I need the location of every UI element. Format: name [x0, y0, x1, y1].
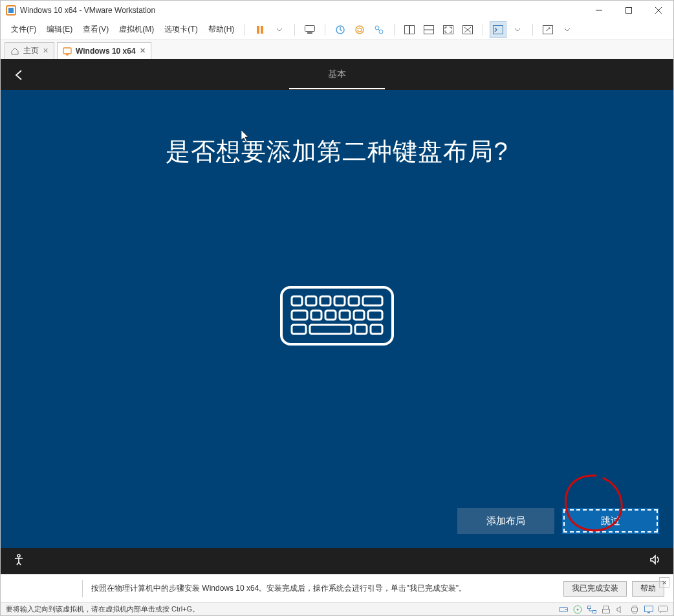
svg-rect-9: [307, 32, 312, 34]
fit-guest-icon[interactable]: [401, 21, 418, 38]
skip-button[interactable]: 跳过: [562, 508, 659, 534]
svg-rect-49: [588, 606, 591, 608]
menu-tabs[interactable]: 选项卡(T): [160, 21, 201, 38]
svg-rect-7: [261, 26, 263, 34]
status-text: 要将输入定向到该虚拟机，请在虚拟机内部单击或按 Ctrl+G。: [6, 604, 199, 614]
svg-rect-34: [292, 311, 307, 320]
oobe-heading: 是否想要添加第二种键盘布局?: [166, 135, 508, 168]
hdd-icon[interactable]: [558, 604, 569, 615]
console-dropdown-icon[interactable]: [509, 21, 526, 38]
svg-rect-3: [626, 8, 632, 14]
send-ctrl-alt-del-icon[interactable]: [301, 21, 318, 38]
svg-rect-38: [354, 311, 364, 320]
svg-rect-25: [63, 48, 71, 54]
svg-rect-56: [645, 606, 653, 611]
snapshot-manager-icon[interactable]: [371, 21, 387, 38]
tab-home-label: 主页: [23, 45, 39, 56]
cdrom-icon[interactable]: [572, 604, 583, 615]
oobe-header: 基本: [1, 59, 673, 90]
display-icon[interactable]: [644, 604, 654, 615]
unity-icon[interactable]: [459, 21, 476, 38]
svg-rect-15: [405, 25, 409, 34]
tabstrip: 主页 ✕ Windows 10 x64 ✕: [1, 39, 673, 59]
expand-icon[interactable]: [539, 21, 556, 38]
svg-rect-16: [410, 25, 415, 34]
svg-rect-6: [257, 26, 259, 34]
menu-vm[interactable]: 虚拟机(M): [115, 21, 158, 38]
usb-icon[interactable]: [601, 604, 611, 615]
svg-rect-54: [633, 606, 636, 608]
maximize-button[interactable]: [614, 1, 644, 20]
volume-icon[interactable]: [649, 553, 662, 569]
menu-view[interactable]: 查看(V): [79, 21, 113, 38]
oobe-footer: [1, 548, 673, 574]
minimize-button[interactable]: [584, 1, 614, 20]
menu-help[interactable]: 帮助(H): [204, 21, 239, 38]
close-icon[interactable]: ✕: [659, 577, 669, 588]
sound-icon[interactable]: [615, 604, 625, 615]
menubar: 文件(F) 编辑(E) 查看(V) 虚拟机(M) 选项卡(T) 帮助(H): [1, 20, 673, 39]
install-prompt-text: 按照在物理计算机中的步骤安装 Windows 10 x64。安装完成后，操作系统…: [91, 583, 558, 594]
menu-file[interactable]: 文件(F): [7, 21, 40, 38]
snapshot-take-icon[interactable]: [332, 21, 349, 38]
svg-rect-52: [603, 609, 610, 613]
pause-icon[interactable]: [252, 21, 268, 38]
svg-rect-1: [8, 8, 14, 13]
back-arrow-icon[interactable]: [12, 68, 27, 82]
svg-rect-57: [647, 612, 650, 613]
close-icon[interactable]: ✕: [140, 47, 146, 55]
oobe-actions: 添加布局 跳过: [457, 508, 659, 534]
svg-rect-37: [340, 311, 350, 320]
close-button[interactable]: [644, 1, 673, 20]
svg-rect-8: [305, 25, 315, 31]
tab-vm-label: Windows 10 x64: [76, 47, 136, 56]
close-icon[interactable]: ✕: [43, 47, 49, 55]
window-title: Windows 10 x64 - VMware Workstation: [20, 6, 155, 15]
svg-rect-32: [349, 296, 359, 305]
messages-icon[interactable]: [658, 604, 668, 615]
console-view-icon[interactable]: [490, 21, 506, 38]
install-done-button[interactable]: 我已完成安装: [563, 581, 627, 597]
svg-rect-43: [371, 325, 382, 334]
dropdown-icon[interactable]: [271, 21, 288, 38]
oobe-screen: 基本 是否想要添加第二种键盘布局?: [1, 59, 673, 574]
titlebar: Windows 10 x64 - VMware Workstation: [1, 1, 673, 20]
oobe-body: 是否想要添加第二种键盘布局?: [1, 90, 673, 548]
svg-rect-29: [306, 296, 316, 305]
svg-line-14: [378, 29, 380, 30]
install-prompt-bar: 按照在物理计算机中的步骤安装 Windows 10 x64。安装完成后，操作系统…: [1, 574, 673, 602]
svg-rect-40: [292, 325, 306, 334]
expand-dropdown-icon[interactable]: [559, 21, 576, 38]
add-layout-button[interactable]: 添加布局: [457, 508, 554, 534]
svg-rect-36: [325, 311, 336, 320]
svg-rect-19: [444, 25, 453, 34]
network-icon[interactable]: [587, 604, 597, 615]
vm-display[interactable]: 基本 是否想要添加第二种键盘布局?: [1, 59, 673, 574]
svg-rect-30: [320, 296, 331, 305]
svg-rect-28: [292, 296, 302, 305]
svg-rect-53: [632, 608, 638, 611]
menu-edit[interactable]: 编辑(E): [43, 21, 76, 38]
svg-rect-58: [659, 606, 668, 611]
svg-rect-35: [311, 311, 321, 320]
oobe-category-tab[interactable]: 基本: [289, 60, 385, 89]
svg-rect-39: [368, 311, 382, 320]
statusbar: 要将输入定向到该虚拟机，请在虚拟机内部单击或按 Ctrl+G。: [1, 602, 673, 615]
stretch-icon[interactable]: [420, 21, 437, 38]
svg-point-46: [565, 609, 567, 610]
svg-point-11: [356, 26, 364, 34]
svg-rect-31: [334, 296, 345, 305]
tab-home[interactable]: 主页 ✕: [5, 42, 54, 59]
tab-vm[interactable]: Windows 10 x64 ✕: [57, 42, 151, 59]
printer-icon[interactable]: [629, 604, 640, 615]
home-icon: [10, 47, 19, 56]
svg-rect-51: [604, 606, 609, 609]
vmware-app-icon: [6, 5, 16, 16]
svg-rect-55: [633, 611, 636, 613]
app-window: Windows 10 x64 - VMware Workstation 文件(F…: [0, 0, 674, 616]
svg-rect-26: [66, 54, 69, 56]
fullscreen-icon[interactable]: [440, 21, 457, 38]
accessibility-icon[interactable]: [12, 553, 25, 569]
keyboard-icon: [279, 285, 395, 349]
snapshot-revert-icon[interactable]: [351, 21, 368, 38]
